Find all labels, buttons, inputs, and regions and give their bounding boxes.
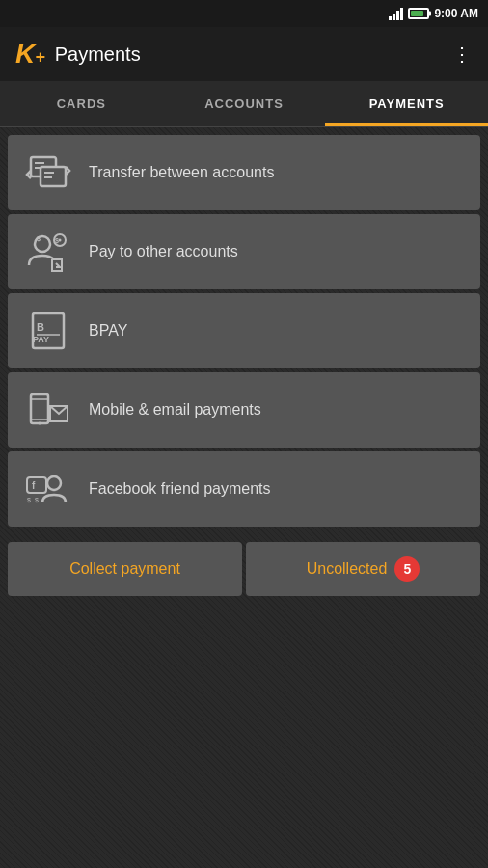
pay-other-label: Pay to other accounts [89, 243, 238, 260]
collect-payment-button[interactable]: Collect payment [8, 542, 242, 596]
app-bar-left: K+ Payments [15, 41, 141, 68]
uncollected-badge: 5 [394, 556, 420, 582]
menu-item-mobile-email[interactable]: Mobile & email payments [8, 372, 480, 448]
svg-point-22 [47, 476, 61, 490]
svg-text:$: $ [55, 237, 59, 245]
pay-other-icon: $ $ [23, 227, 73, 277]
signal-icon [389, 7, 403, 20]
svg-point-18 [39, 422, 41, 425]
more-options-icon[interactable]: ⋮ [452, 42, 473, 66]
bpay-label: BPAY [89, 322, 127, 339]
facebook-label: Facebook friend payments [89, 480, 271, 498]
svg-text:PAY: PAY [33, 335, 49, 344]
tab-accounts[interactable]: ACCOUNTS [163, 81, 326, 126]
app-logo: K+ [15, 41, 45, 68]
svg-text:f: f [32, 480, 36, 491]
battery-icon [408, 8, 429, 19]
app-bar: K+ Payments ⋮ [0, 27, 488, 81]
bpay-icon: B PAY [23, 306, 73, 356]
bottom-buttons: Collect payment Uncollected 5 [0, 534, 488, 604]
mobile-email-icon [23, 385, 73, 435]
uncollected-button[interactable]: Uncollected 5 [246, 542, 480, 596]
tab-bar: CARDS ACCOUNTS PAYMENTS [0, 81, 488, 127]
menu-item-transfer[interactable]: Transfer between accounts [8, 135, 480, 210]
transfer-icon [23, 148, 73, 198]
status-time: 9:00 AM [434, 7, 478, 20]
menu-item-facebook[interactable]: f $ $ Facebook friend payments [8, 451, 480, 527]
svg-text:$: $ [37, 235, 41, 243]
mobile-email-label: Mobile & email payments [89, 401, 261, 419]
menu-item-pay-other[interactable]: $ $ Pay to other accounts [8, 214, 480, 289]
transfer-label: Transfer between accounts [89, 164, 274, 181]
svg-text:B: B [37, 321, 44, 333]
app-title: Payments [55, 43, 141, 66]
menu-list: Transfer between accounts $ $ Pay to oth… [0, 127, 488, 527]
menu-item-bpay[interactable]: B PAY BPAY [8, 293, 480, 368]
tab-payments[interactable]: PAYMENTS [325, 81, 488, 126]
status-bar: 9:00 AM [0, 0, 488, 27]
svg-rect-3 [41, 167, 66, 186]
svg-point-7 [59, 239, 62, 242]
svg-text:$: $ [35, 497, 39, 503]
svg-text:$: $ [27, 497, 31, 503]
status-icons: 9:00 AM [389, 7, 478, 20]
tab-cards[interactable]: CARDS [0, 81, 163, 126]
svg-rect-20 [27, 477, 46, 493]
facebook-icon: f $ $ [23, 464, 73, 514]
